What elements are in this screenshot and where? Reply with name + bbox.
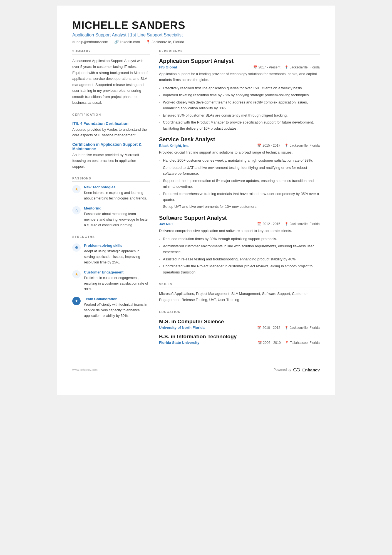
location-text: Jacksonville, Florida — [152, 40, 184, 44]
edu-2-dates-loc: 📅 2006 - 2010 📍 Tallahassee, Florida — [258, 341, 320, 345]
job-1-dates-loc: 📅 2017 - Present 📍 Jacksonville, Florida — [253, 65, 320, 69]
strength-3-desc: Worked efficiently with technical teams … — [84, 302, 150, 319]
calendar-icon-2: 📅 — [257, 144, 261, 147]
skills-title: SKILLS — [159, 282, 320, 287]
job-2-desc: Provided crucial first line support and … — [159, 149, 320, 155]
email-text: help@enhancv.com — [76, 40, 108, 44]
location-icon-2: 📍 — [284, 144, 289, 147]
job-3: Software Support Analyst Jax.NET 📅 2012 … — [159, 215, 320, 275]
edu-2: B.S. in Information Technology Florida S… — [159, 334, 320, 345]
cert-1-title: ITIL 4 Foundation Certification — [72, 121, 150, 126]
edu-2-dates: 2006 - 2010 — [263, 341, 281, 345]
bullet: Coordinated with the Product Manager to … — [159, 119, 320, 131]
bullet: Reduced resolution times by 30% through … — [159, 236, 320, 242]
bullet: Worked closely with development teams to… — [159, 99, 320, 111]
resume-page: MICHELLE SANDERS Application Support Ana… — [57, 6, 335, 395]
location-icon-edu2: 📍 — [285, 341, 289, 345]
strength-item-2: ★ Customer Engagement Proficient in cust… — [72, 270, 150, 292]
bullet: Prepared comprehensive training material… — [159, 191, 320, 203]
edu-1-school: University of North Florida — [159, 325, 205, 330]
email-icon: ✉ — [72, 40, 75, 44]
strengths-title: STRENGTHS — [72, 235, 150, 240]
right-column: EXPERIENCE Application Support Analyst F… — [159, 50, 320, 352]
job-2-bullets: Handled 200+ customer queries weekly, ma… — [159, 157, 320, 210]
passion-2-icon: ☆ — [72, 206, 81, 214]
job-1-bullets: Effectively resolved first line applicat… — [159, 85, 320, 131]
bullet: Handled 200+ customer queries weekly, ma… — [159, 157, 320, 163]
bullet: Contributed to UAT and live environment … — [159, 165, 320, 177]
strength-2-content: Customer Engagement Proficient in custom… — [84, 270, 150, 292]
job-3-desc: Delivered comprehensive application and … — [159, 228, 320, 234]
footer-brand: Powered by Enhancv — [274, 367, 320, 372]
bullet: Set up UAT and Live environments for 10+… — [159, 204, 320, 209]
edu-1-dates-loc: 📅 2010 - 2012 📍 Jacksonville, Florida — [257, 326, 320, 330]
edu-1-dates: 2010 - 2012 — [262, 326, 280, 330]
powered-by-text: Powered by — [274, 368, 291, 372]
strength-3-title: Team Collaboration — [84, 297, 150, 301]
summary-text: A seasoned Application Support Analyst w… — [72, 58, 150, 106]
passion-item-2: ☆ Mentoring Passionate about mentoring t… — [72, 206, 150, 228]
contact-bar: ✉ help@enhancv.com 🔗 linkedin.com 📍 Jack… — [72, 40, 320, 44]
calendar-icon-1: 📅 — [253, 65, 257, 69]
strength-2-icon: ★ — [72, 270, 81, 278]
location-icon-3: 📍 — [284, 222, 289, 226]
strength-2-title: Customer Engagement — [84, 270, 150, 274]
edu-2-meta: Florida State University 📅 2006 - 2010 📍… — [159, 341, 320, 345]
passion-2-content: Mentoring Passionate about mentoring tea… — [84, 206, 150, 228]
calendar-icon-edu1: 📅 — [257, 326, 261, 330]
cert-item-2: Certification in Application Support & M… — [72, 142, 150, 169]
bullet: Effectively resolved first line applicat… — [159, 85, 320, 91]
job-2-dates: 2015 - 2017 — [262, 144, 280, 147]
header: MICHELLE SANDERS Application Support Ana… — [72, 19, 320, 44]
summary-title: SUMMARY — [72, 50, 150, 55]
bullet: Improved ticketing resolution time by 25… — [159, 92, 320, 98]
job-3-dates: 2012 - 2015 — [262, 222, 280, 226]
passion-1-desc: Keen interest in exploring and learning … — [84, 190, 150, 201]
strength-item-3: ★ Team Collaboration Worked efficiently … — [72, 297, 150, 319]
job-2-meta: Black Knight, Inc. 📅 2015 - 2017 📍 Jacks… — [159, 144, 320, 148]
bullet: Assisted in release testing and troubles… — [159, 256, 320, 262]
certification-title: CERTIFICATION — [72, 113, 150, 118]
experience-section: EXPERIENCE Application Support Analyst F… — [159, 50, 320, 275]
job-2-title: Service Desk Analyst — [159, 136, 320, 143]
email-contact: ✉ help@enhancv.com — [72, 40, 108, 44]
skills-section: SKILLS Microsoft Applications, Project M… — [159, 282, 320, 303]
job-1-location: Jacksonville, Florida — [290, 65, 320, 69]
job-1-company: FIS Global — [159, 65, 177, 69]
bullet: Administered customer environments in li… — [159, 243, 320, 255]
edu-1-degree: M.S. in Computer Science — [159, 319, 320, 325]
job-3-dates-loc: 📅 2012 - 2015 📍 Jacksonville, Florida — [257, 222, 320, 226]
strength-2-desc: Proficient in customer engagement, resul… — [84, 275, 150, 292]
job-3-location: Jacksonville, Florida — [290, 222, 320, 226]
job-3-company: Jax.NET — [159, 222, 173, 226]
candidate-name: MICHELLE SANDERS — [72, 19, 320, 31]
summary-section: SUMMARY A seasoned Application Support A… — [72, 50, 150, 106]
location-icon-edu1: 📍 — [284, 326, 289, 330]
job-1-desc: Application support for a leading provid… — [159, 71, 320, 83]
candidate-title: Application Support Analyst | 1st Line S… — [72, 33, 320, 38]
job-1-meta: FIS Global 📅 2017 - Present 📍 Jacksonvil… — [159, 65, 320, 69]
strengths-section: STRENGTHS ⚙ Problem-solving skills Adept… — [72, 235, 150, 319]
bullet: Supported the implementation of 5+ major… — [159, 178, 320, 190]
job-2-dates-loc: 📅 2015 - 2017 📍 Jacksonville, Florida — [257, 144, 320, 147]
strength-1-icon: ⚙ — [72, 243, 81, 252]
bullet: Ensured 95% of customer SLAs are consist… — [159, 112, 320, 118]
edu-2-school: Florida State University — [159, 341, 199, 345]
job-1-title: Application Support Analyst — [159, 58, 320, 64]
brand-name: Enhancv — [302, 367, 320, 372]
footer: www.enhancv.com Powered by Enhancv — [72, 363, 320, 372]
education-title: EDUCATION — [159, 310, 320, 315]
job-2-company: Black Knight, Inc. — [159, 144, 189, 148]
location-icon-1: 📍 — [284, 65, 289, 69]
main-layout: SUMMARY A seasoned Application Support A… — [72, 50, 320, 352]
edu-2-location: Tallahassee, Florida — [290, 341, 320, 345]
job-3-bullets: Reduced resolution times by 30% through … — [159, 236, 320, 275]
cert-2-title: Certification in Application Support & M… — [72, 142, 150, 151]
passion-1-content: New Technologies Keen interest in explor… — [84, 185, 150, 201]
linkedin-contact: 🔗 linkedin.com — [114, 40, 140, 44]
edu-1: M.S. in Computer Science University of N… — [159, 319, 320, 330]
passions-title: PASSIONS — [72, 177, 150, 182]
certification-section: CERTIFICATION ITIL 4 Foundation Certific… — [72, 113, 150, 170]
job-1: Application Support Analyst FIS Global 📅… — [159, 58, 320, 131]
strength-1-content: Problem-solving skills Adept at using st… — [84, 243, 150, 265]
